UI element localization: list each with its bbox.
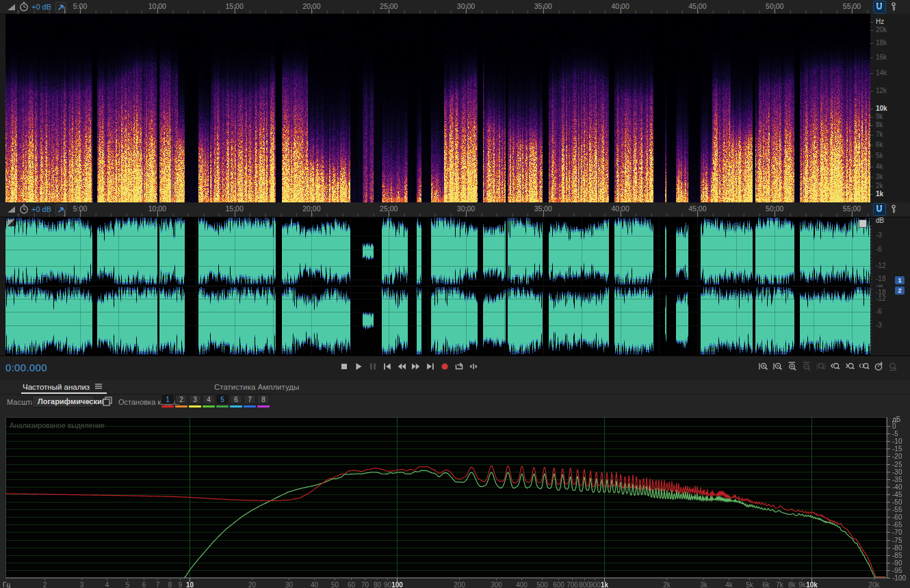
waveform-corner-handle-left[interactable] <box>8 219 14 226</box>
amplitude-levels-icon[interactable] <box>6 1 17 12</box>
time-label: 35:00 <box>534 2 552 10</box>
time-label: 20:00 <box>302 2 320 10</box>
key-icon[interactable] <box>889 1 900 12</box>
play-button[interactable] <box>353 361 364 372</box>
time-label: 50:00 <box>766 2 783 10</box>
zoom-out-time-button[interactable] <box>772 361 783 372</box>
zoom-selection-in-out-button[interactable] <box>859 361 870 372</box>
time-format-clock-icon[interactable] <box>18 204 29 215</box>
hold-color-swatch <box>216 405 229 407</box>
spectrogram-display[interactable] <box>5 14 870 202</box>
loop-playback-button[interactable] <box>454 361 465 372</box>
freq-tick-label: 6k <box>876 141 883 148</box>
panel-menu-icon[interactable] <box>94 383 103 391</box>
time-label: 40:00 <box>611 2 629 10</box>
fast-forward-button[interactable] <box>411 361 421 372</box>
hold-frame-button-3[interactable]: 3 <box>189 395 201 407</box>
ruler-minor-ticks <box>5 213 870 217</box>
waveform-corner-handle-right[interactable] <box>859 219 867 228</box>
hold-frame-button-8[interactable]: 8 <box>257 395 270 407</box>
time-label: 20:00 <box>302 204 320 213</box>
skip-to-start-button[interactable] <box>382 361 393 372</box>
pin-timeline-icon[interactable] <box>55 204 66 215</box>
skip-to-start-icon <box>382 361 393 372</box>
timeline-ruler-spectral[interactable]: +0 dB 5:0010:0015:0020:0025:0030:0035:00… <box>0 0 910 14</box>
copy-graph-icon[interactable] <box>101 395 114 407</box>
tab-divider <box>0 394 910 395</box>
freq-tick-label: 10k <box>876 105 887 112</box>
gain-readout[interactable]: +0 dB <box>31 205 51 213</box>
amplitude-levels-icon[interactable] <box>6 204 17 215</box>
transport-bar: 0:00.000 <box>0 356 910 381</box>
zoom-in-at-in-point-button[interactable] <box>830 361 841 372</box>
db-tick-label: -3 <box>876 321 882 329</box>
channel-badge[interactable]: 1 <box>895 276 905 284</box>
time-label: 10:00 <box>148 2 166 10</box>
hold-frame-button-1[interactable]: 1 <box>161 395 174 407</box>
pause-button <box>367 361 378 372</box>
snap-magnet-icon[interactable] <box>873 1 886 14</box>
channel-badge[interactable]: 2 <box>895 286 905 295</box>
gain-readout[interactable]: +0 dB <box>31 3 51 11</box>
chevron-down-icon <box>85 399 92 405</box>
hold-color-swatch <box>230 405 242 407</box>
key-icon[interactable] <box>889 204 900 215</box>
skip-to-end-button[interactable] <box>425 361 436 372</box>
playhead-time-display[interactable]: 0:00.000 <box>5 362 47 373</box>
time-label: 55:00 <box>843 204 861 213</box>
hold-frame-button-6[interactable]: 6 <box>230 395 242 407</box>
pause-icon <box>367 361 378 372</box>
db-tick-label: -12 <box>876 262 885 269</box>
waveform-display[interactable] <box>5 217 870 356</box>
db-tick-label: -6 <box>876 308 882 315</box>
scale-select-value: Логарифмический <box>38 397 107 405</box>
time-format-clock-icon[interactable] <box>18 1 29 12</box>
timeline-ruler-waveform[interactable]: +0 dB 5:0010:0015:0020:0025:0030:0035:00… <box>0 202 910 217</box>
zoom-in-time-icon <box>758 361 769 372</box>
time-label: 55:00 <box>843 2 861 10</box>
db-tick-label: -∞ <box>876 282 883 289</box>
freq-tick-label: 2k <box>876 182 883 189</box>
audio-editor-window: +0 dB 5:0010:0015:0020:0025:0030:0035:00… <box>0 0 910 588</box>
time-label: 30:00 <box>457 2 475 10</box>
freq-tick-label: 1k <box>876 190 883 198</box>
record-button[interactable] <box>439 361 450 372</box>
time-label: 15:00 <box>225 2 243 10</box>
freq-tick-label: 7k <box>876 131 883 138</box>
tab-amplitude-statistics[interactable]: Статистика Амплитуды <box>214 380 299 393</box>
zoom-in-amplitude-button[interactable] <box>787 361 798 372</box>
time-label: 25:00 <box>380 204 398 213</box>
hold-frame-button-5[interactable]: 5 <box>216 395 229 407</box>
time-label: 45:00 <box>688 204 706 213</box>
pin-timeline-icon[interactable] <box>55 2 66 13</box>
time-label: 5:00 <box>73 204 87 213</box>
snap-magnet-icon[interactable] <box>873 203 886 216</box>
freq-tick-label: 16k <box>876 53 887 61</box>
zoom-reset-button[interactable] <box>873 361 884 372</box>
hold-frame-button-7[interactable]: 7 <box>244 395 256 407</box>
rewind-button[interactable] <box>396 361 407 372</box>
freq-tick-label: 5k <box>876 152 883 159</box>
db-tick-label: dB <box>876 217 884 224</box>
db-tick-label: -12 <box>876 295 885 302</box>
time-label: 25:00 <box>380 2 398 10</box>
scale-select[interactable]: Логарифмический <box>32 395 94 407</box>
db-tick-label: -18 <box>876 275 885 282</box>
hold-frame-button-4[interactable]: 4 <box>203 395 215 407</box>
tab-label: Частотный анализ <box>23 383 90 391</box>
zoom-full-icon <box>887 361 898 372</box>
shuttle-button[interactable] <box>468 361 479 372</box>
tab-frequency-analysis[interactable]: Частотный анализ <box>23 380 103 393</box>
fast-forward-icon <box>411 361 421 372</box>
zoom-out-amplitude-icon <box>801 361 812 372</box>
stop-button[interactable] <box>339 361 350 372</box>
zoom-in-time-button[interactable] <box>758 361 769 372</box>
hold-frame-button-2[interactable]: 2 <box>175 395 187 407</box>
frequency-plot[interactable] <box>0 414 910 588</box>
hold-color-swatch <box>161 405 174 407</box>
zoom-reset-icon <box>873 361 884 372</box>
shuttle-icon <box>468 361 479 372</box>
freq-tick-label: Hz <box>876 18 884 25</box>
zoom-in-at-out-point-button[interactable] <box>844 361 855 372</box>
time-label: 35:00 <box>534 204 552 213</box>
